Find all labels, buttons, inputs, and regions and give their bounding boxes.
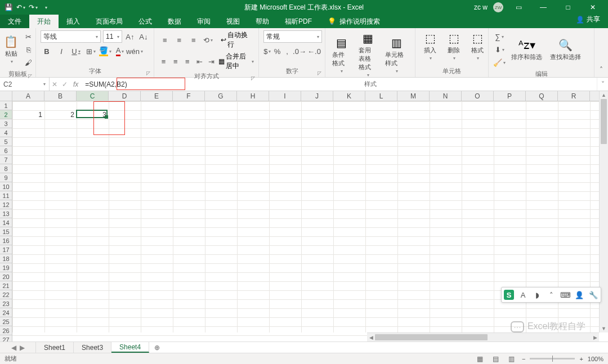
tab-review[interactable]: 审阅 [189, 15, 218, 28]
row-header-24[interactable]: 24 [0, 308, 12, 317]
insert-cells-button[interactable]: ⬚插入▾ [420, 30, 440, 62]
redo-icon[interactable]: ↷▾ [29, 3, 37, 11]
row-header-22[interactable]: 22 [0, 290, 12, 299]
row-header-9[interactable]: 9 [0, 173, 12, 182]
italic-button[interactable]: I [55, 45, 68, 57]
column-header-K[interactable]: K [333, 91, 365, 101]
row-header-10[interactable]: 10 [0, 182, 12, 191]
number-launcher-icon[interactable]: ◸ [318, 70, 321, 76]
cell-B2[interactable]: 2 [44, 110, 77, 119]
scroll-down-icon[interactable]: ▼ [600, 325, 608, 332]
row-header-25[interactable]: 25 [0, 317, 12, 326]
float-caret-icon[interactable]: ˄ [546, 290, 556, 300]
merge-center-button[interactable]: 合并后居中 [226, 52, 249, 71]
zoom-out-icon[interactable]: − [522, 356, 525, 362]
align-middle-icon[interactable]: ≡ [173, 34, 186, 46]
user-name[interactable]: zc w [474, 3, 488, 11]
column-header-H[interactable]: H [237, 91, 269, 101]
tab-help[interactable]: 帮助 [248, 15, 277, 28]
tab-file[interactable]: 文件 [0, 15, 29, 28]
column-header-B[interactable]: B [44, 91, 77, 101]
row-header-14[interactable]: 14 [0, 218, 12, 227]
decrease-indent-icon[interactable]: ⇤ [194, 55, 204, 68]
cancel-formula-icon[interactable]: ✕ [52, 80, 57, 88]
font-color-button[interactable]: A▾ [114, 45, 126, 57]
row-header-13[interactable]: 13 [0, 209, 12, 218]
tab-data[interactable]: 数据 [160, 15, 189, 28]
align-top-icon[interactable]: ≡ [159, 34, 171, 46]
column-header-D[interactable]: D [109, 91, 141, 101]
orientation-icon[interactable]: ⟲▾ [202, 34, 214, 46]
float-s-icon[interactable]: S [504, 290, 514, 300]
increase-indent-icon[interactable]: ⇥ [207, 55, 216, 68]
float-person-icon[interactable]: 👤 [574, 290, 584, 300]
font-name-select[interactable]: 等线▾ [41, 30, 101, 43]
scroll-left-icon[interactable]: ◀ [367, 333, 375, 341]
clear-icon[interactable]: 🧹▾ [493, 56, 506, 69]
tell-me[interactable]: 💡 操作说明搜索 [328, 15, 380, 28]
cell-A2[interactable]: 1 [12, 110, 44, 119]
format-cells-button[interactable]: ⬚格式▾ [467, 30, 488, 62]
maximize-icon[interactable]: □ [558, 0, 578, 15]
row-header-12[interactable]: 12 [0, 200, 12, 209]
avatar[interactable]: ZW [493, 2, 503, 12]
row-header-2[interactable]: 2 [0, 110, 12, 119]
tab-formulas[interactable]: 公式 [131, 15, 160, 28]
zoom-in-icon[interactable]: + [579, 356, 583, 362]
paste-button[interactable]: 📋 粘贴 ▾ [1, 34, 21, 65]
close-icon[interactable]: ✕ [583, 0, 602, 15]
enter-formula-icon[interactable]: ✓ [62, 80, 68, 88]
row-header-8[interactable]: 8 [0, 164, 12, 173]
bold-button[interactable]: B [41, 45, 53, 57]
share-button[interactable]: 👤 共享 [576, 15, 600, 24]
normal-view-icon[interactable]: ▦ [475, 354, 486, 363]
spreadsheet-grid[interactable]: ABCDEFGHIJKLMNOPQR 123456789101112131415… [0, 91, 608, 341]
row-header-6[interactable]: 6 [0, 146, 12, 155]
accounting-format-icon[interactable]: $▾ [263, 45, 271, 57]
row-header-15[interactable]: 15 [0, 227, 12, 236]
qat-customize-icon[interactable]: ▾ [42, 3, 50, 11]
row-header-11[interactable]: 11 [0, 191, 12, 200]
row-header-1[interactable]: 1 [0, 101, 12, 110]
fill-icon[interactable]: ⬇▾ [493, 43, 506, 56]
number-format-select[interactable]: 常规▾ [263, 30, 322, 43]
ribbon-display-icon[interactable]: ▭ [509, 0, 528, 15]
column-header-P[interactable]: P [494, 91, 526, 101]
column-header-L[interactable]: L [365, 91, 397, 101]
fill-color-button[interactable]: 🪣▾ [99, 45, 111, 57]
row-header-23[interactable]: 23 [0, 299, 12, 308]
float-a-icon[interactable]: A [518, 290, 528, 300]
column-header-C[interactable]: C [77, 91, 109, 101]
conditional-formatting-button[interactable]: ▤条件格式▾ [330, 35, 353, 75]
comma-format-icon[interactable]: , [283, 45, 291, 57]
zoom-slider[interactable] [530, 358, 575, 359]
sheet-tab-sheet1[interactable]: Sheet1 [36, 342, 74, 353]
column-header-E[interactable]: E [141, 91, 173, 101]
clipboard-launcher-icon[interactable]: ◸ [28, 73, 32, 79]
row-header-7[interactable]: 7 [0, 155, 12, 164]
column-headers[interactable]: ABCDEFGHIJKLMNOPQR [12, 91, 599, 101]
increase-font-icon[interactable]: A↑ [124, 30, 136, 43]
align-center-icon[interactable]: ≡ [171, 55, 180, 68]
format-as-table-button[interactable]: ▦套用 表格格式▾ [356, 30, 379, 79]
column-header-M[interactable]: M [397, 91, 430, 101]
phonetic-guide-icon[interactable]: wén▾ [128, 45, 141, 57]
cell-styles-button[interactable]: ▥单元格样式▾ [383, 35, 410, 75]
font-size-select[interactable]: 11▾ [103, 30, 122, 43]
row-header-18[interactable]: 18 [0, 254, 12, 263]
sheet-nav[interactable]: ◀▶ [0, 342, 36, 353]
tab-foxit[interactable]: 福昕PDF [277, 15, 320, 28]
add-sheet-button[interactable]: ⊕ [149, 342, 165, 353]
tab-home[interactable]: 开始 [29, 15, 59, 28]
delete-cells-button[interactable]: ⬚删除▾ [444, 30, 464, 62]
row-header-4[interactable]: 4 [0, 128, 12, 137]
expand-formula-bar-icon[interactable]: ˅ [597, 78, 608, 91]
sort-filter-button[interactable]: ᴬᴢ▾排序和筛选 [509, 37, 544, 62]
percent-format-icon[interactable]: % [274, 45, 281, 57]
column-header-J[interactable]: J [301, 91, 333, 101]
find-select-button[interactable]: 🔍查找和选择 [548, 37, 583, 62]
fx-icon[interactable]: fx [70, 78, 82, 91]
sheet-nav-prev-icon[interactable]: ◀ [11, 344, 16, 352]
border-button[interactable]: ⊞▾ [84, 45, 97, 57]
autosum-icon[interactable]: ∑▾ [493, 30, 506, 43]
